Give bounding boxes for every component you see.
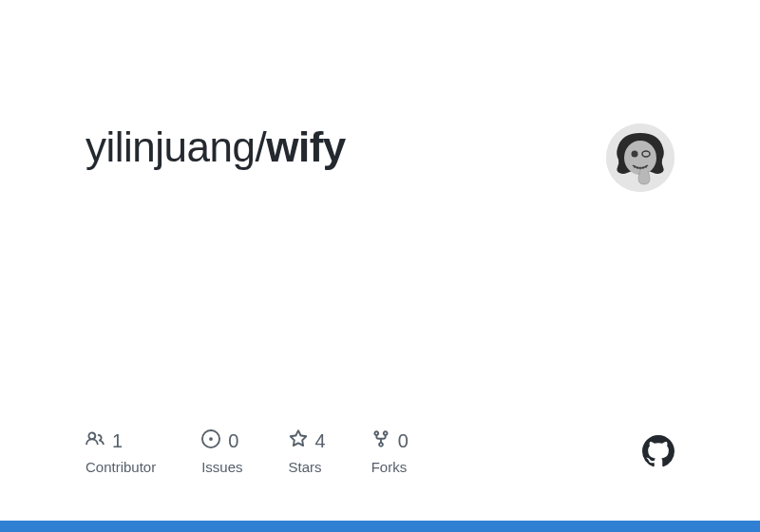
svg-point-2 xyxy=(632,151,638,158)
stat-label: Stars xyxy=(289,459,326,475)
header: yilinjuang/wify xyxy=(86,124,674,192)
repo-slash: / xyxy=(255,124,266,170)
stats-group: 1 Contributor 0 Issues 4 xyxy=(86,429,408,475)
issue-icon xyxy=(201,429,220,453)
star-icon xyxy=(289,429,308,453)
stat-issues[interactable]: 0 Issues xyxy=(201,429,242,475)
stat-count: 0 xyxy=(398,430,408,452)
repo-title[interactable]: yilinjuang/wify xyxy=(86,124,346,171)
avatar[interactable] xyxy=(606,124,674,192)
stat-count: 4 xyxy=(315,430,326,452)
stats-row: 1 Contributor 0 Issues 4 xyxy=(86,429,674,475)
stat-label: Contributor xyxy=(86,459,156,475)
stat-label: Forks xyxy=(371,459,408,475)
stat-count: 1 xyxy=(112,430,123,452)
github-logo[interactable] xyxy=(642,435,674,467)
stat-label: Issues xyxy=(201,459,242,475)
stat-count: 0 xyxy=(228,430,238,452)
repo-owner: yilinjuang xyxy=(86,124,255,170)
people-icon xyxy=(86,429,104,453)
social-card: yilinjuang/wify 1 xyxy=(0,0,760,532)
stat-forks[interactable]: 0 Forks xyxy=(371,429,408,475)
repo-name: wify xyxy=(266,124,346,170)
accent-bar xyxy=(0,521,760,532)
github-icon xyxy=(642,435,674,467)
stat-stars[interactable]: 4 Stars xyxy=(289,429,326,475)
stat-contributors[interactable]: 1 Contributor xyxy=(86,429,156,475)
svg-point-1 xyxy=(624,141,656,175)
fork-icon xyxy=(371,429,390,453)
